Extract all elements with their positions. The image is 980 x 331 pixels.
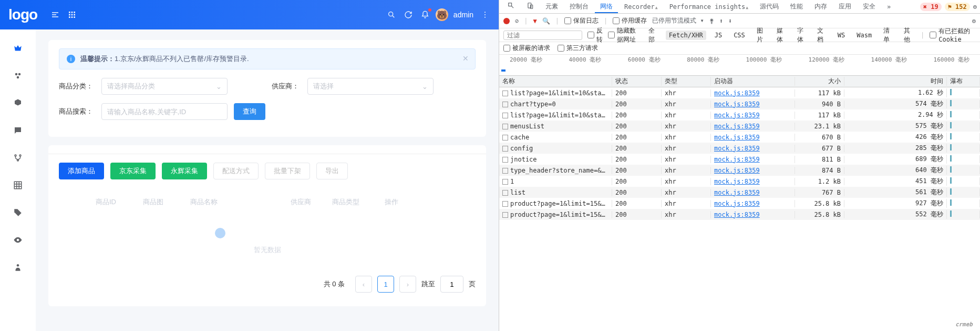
sidebar-item-tag[interactable]	[12, 206, 24, 219]
network-row[interactable]: chart?type=0200xhrmock.js:8359940 B574 毫…	[499, 98, 980, 109]
disable-cache-checkbox[interactable]: 停用缓存	[613, 16, 647, 25]
tab-network[interactable]: 网络	[595, 0, 618, 13]
filter-ws[interactable]: WS	[834, 31, 848, 40]
tab-application[interactable]: 应用	[833, 0, 857, 13]
collapse-sidebar-icon[interactable]	[50, 9, 60, 20]
batch-off-button[interactable]: 批量下架	[265, 163, 310, 179]
alert-text: 1.京东/永辉商品不列入已售罄/库存预警目录.	[115, 55, 249, 63]
page-number[interactable]: 1	[377, 276, 394, 293]
network-row[interactable]: jnotice200xhrmock.js:8359811 B689 毫秒	[499, 154, 980, 165]
col-type: 商品类型	[332, 197, 385, 207]
gear-icon[interactable]: ⚙	[973, 3, 977, 11]
tab-security[interactable]: 安全	[858, 0, 881, 13]
filter-input[interactable]	[503, 31, 582, 40]
network-row[interactable]: cache200xhrmock.js:8359670 B426 毫秒	[499, 132, 980, 143]
network-row[interactable]: config200xhrmock.js:8359677 B285 毫秒	[499, 143, 980, 154]
network-row[interactable]: type_header?store_name=&cat...200xhrmock…	[499, 165, 980, 176]
tab-more[interactable]: »	[882, 1, 896, 13]
tab-memory[interactable]: 内存	[809, 0, 832, 13]
upload-icon[interactable]: ⬆	[719, 17, 723, 25]
error-count-badge[interactable]: ✖ 19	[920, 3, 942, 11]
tab-elements[interactable]: 元素	[540, 0, 563, 13]
sidebar-item-branch[interactable]	[12, 152, 24, 164]
jump-label: 跳至	[421, 279, 435, 289]
filter-toggle-icon[interactable]: ▼	[533, 17, 537, 25]
close-icon[interactable]: ✕	[462, 54, 469, 63]
svg-rect-2	[74, 12, 75, 13]
refresh-icon[interactable]	[403, 9, 414, 20]
warning-count-badge[interactable]: ⚑ 152	[945, 3, 970, 11]
timeline-ruler[interactable]: 20000 毫秒 40000 毫秒 60000 毫秒 80000 毫秒 1000…	[499, 55, 980, 76]
filter-wasm[interactable]: Wasm	[853, 31, 875, 40]
bell-icon[interactable]	[420, 9, 430, 20]
tab-sources[interactable]: 源代码	[755, 0, 784, 13]
search-icon[interactable]	[386, 9, 397, 20]
record-button[interactable]	[503, 18, 510, 24]
supplier-select[interactable]: 请选择 ⌄	[307, 78, 434, 95]
filter-js[interactable]: JS	[711, 31, 725, 40]
yh-collect-button[interactable]: 永辉采集	[162, 163, 207, 179]
col-name[interactable]: 名称	[499, 77, 612, 86]
avatar[interactable]: 🐻	[436, 8, 448, 21]
sidebar-item-modules[interactable]	[12, 69, 24, 82]
table-header: 商品ID 商品图 商品名称 供应商 商品类型 操作	[59, 192, 476, 212]
brand-logo: crmeb	[955, 321, 973, 328]
tab-recorder[interactable]: Recorder▲	[619, 1, 663, 13]
network-row[interactable]: list200xhrmock.js:8359767 B561 毫秒	[499, 187, 980, 198]
search-button[interactable]: 查询	[234, 103, 265, 120]
network-row[interactable]: list?page=1&limit=10&status=&...200xhrmo…	[499, 87, 980, 98]
add-product-button[interactable]: 添加商品	[59, 163, 104, 179]
hide-data-urls-checkbox[interactable]: 隐藏数据网址	[608, 26, 640, 44]
network-row[interactable]: product?page=1&limit=15&cate...200xhrmoc…	[499, 209, 980, 220]
category-select[interactable]: 请选择商品分类 ⌄	[101, 78, 228, 95]
col-supplier: 供应商	[269, 197, 332, 207]
invert-checkbox[interactable]: 反转	[587, 26, 603, 44]
prev-page-button[interactable]: ‹	[355, 276, 372, 293]
gear-icon[interactable]: ⚙	[972, 17, 976, 25]
sidebar-item-chat[interactable]	[12, 124, 24, 137]
download-icon[interactable]: ⬇	[728, 17, 732, 25]
inspect-icon[interactable]	[502, 0, 520, 13]
tab-console[interactable]: 控制台	[564, 0, 594, 13]
sidebar-item-eye[interactable]	[12, 234, 24, 246]
throttling-dropdown[interactable]: 已停用节流模式 ▾	[652, 16, 704, 25]
tab-performance[interactable]: 性能	[785, 0, 808, 13]
sidebar-item-grid[interactable]	[12, 179, 24, 192]
network-row[interactable]: 1200xhrmock.js:83591.2 kB451 毫秒	[499, 176, 980, 187]
tab-performance-insights[interactable]: Performance insights▲	[664, 1, 754, 13]
next-page-button[interactable]: ›	[399, 276, 416, 293]
sidebar-item-cart[interactable]	[12, 42, 24, 55]
username[interactable]: admin	[453, 11, 473, 19]
blocked-cookies-checkbox[interactable]: 有已拦截的 Cookie	[930, 27, 976, 43]
svg-rect-6	[69, 16, 70, 18]
network-row[interactable]: list?page=1&limit=10&status=&...200xhrmo…	[499, 109, 980, 121]
col-size[interactable]: 大小	[795, 77, 844, 86]
jump-input[interactable]	[440, 276, 463, 293]
filter-fetchxhr[interactable]: Fetch/XHR	[666, 31, 706, 40]
col-status[interactable]: 状态	[612, 77, 662, 86]
network-row[interactable]: menusList200xhrmock.js:835923.1 kB575 毫秒	[499, 121, 980, 132]
clear-button[interactable]: ⊘	[515, 17, 519, 25]
export-button[interactable]: 导出	[316, 163, 348, 179]
device-icon[interactable]	[521, 0, 539, 13]
blocked-requests-checkbox[interactable]: 被屏蔽的请求	[503, 44, 550, 53]
col-name: 商品名称	[190, 197, 269, 207]
more-vert-icon[interactable]	[480, 9, 490, 20]
jd-collect-button[interactable]: 京东采集	[110, 163, 156, 179]
network-conditions-icon[interactable]: ⚵	[709, 17, 714, 25]
preserve-log-checkbox[interactable]: 保留日志	[564, 16, 599, 25]
apps-grid-icon[interactable]	[67, 9, 77, 20]
info-icon: i	[67, 55, 75, 63]
network-row[interactable]: product?page=1&limit=15&cate...200xhrmoc…	[499, 198, 980, 209]
col-type[interactable]: 类型	[662, 77, 711, 86]
search-icon[interactable]: 🔍	[542, 17, 550, 25]
third-party-checkbox[interactable]: 第三方请求	[558, 44, 598, 53]
search-input[interactable]	[101, 103, 228, 120]
sidebar-item-cube[interactable]	[12, 97, 24, 109]
sidebar-item-user[interactable]	[12, 261, 24, 274]
delivery-button[interactable]: 配送方式	[213, 163, 259, 179]
filter-css[interactable]: CSS	[730, 31, 748, 40]
col-waterfall[interactable]: 瀑布	[947, 77, 980, 86]
col-time[interactable]: 时间	[844, 77, 947, 86]
col-initiator[interactable]: 启动器	[711, 77, 795, 86]
